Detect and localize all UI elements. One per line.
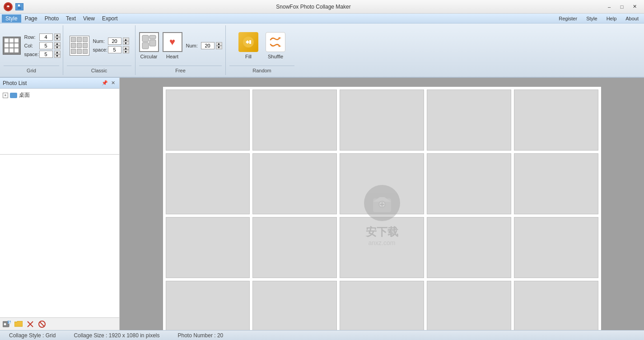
free-num-label: Num: — [186, 43, 200, 48]
toolbar-classic-section: Num: ▲ ▼ space: ▲ ▼ — [63, 25, 135, 75]
classic-num-spin: Num: ▲ ▼ — [93, 38, 129, 45]
classic-cell — [77, 37, 82, 42]
row-input[interactable] — [39, 33, 53, 41]
left-panel: Photo List 📌 ✕ + 桌面 🖼 — [0, 78, 120, 330]
space-down-btn[interactable]: ▼ — [54, 54, 61, 58]
free-num-up[interactable]: ▲ — [216, 42, 222, 46]
classic-num-down[interactable]: ▼ — [123, 41, 129, 45]
grid-cell — [9, 43, 14, 47]
classic-cell — [71, 49, 76, 54]
photo-list-lower — [0, 155, 119, 317]
space-input[interactable] — [39, 51, 53, 58]
classic-space-up[interactable]: ▲ — [123, 46, 129, 50]
col-input[interactable] — [39, 42, 53, 49]
classic-space-down[interactable]: ▼ — [123, 50, 129, 53]
svg-point-12 — [4, 323, 6, 325]
svg-rect-4 — [142, 35, 149, 42]
menu-view[interactable]: View — [79, 14, 98, 23]
heart-style-btn[interactable]: ♥ Heart — [163, 32, 182, 59]
free-label: Circular — [140, 54, 158, 59]
status-collage-style: Collage Style : Grid — [9, 332, 56, 339]
menu-about[interactable]: About — [622, 15, 642, 22]
collage-cell — [427, 217, 511, 278]
grid-style-icon[interactable] — [3, 37, 21, 55]
close-button[interactable]: ✕ — [629, 2, 640, 11]
menu-bar-right: Register Style Help About — [555, 15, 642, 22]
status-collage-size: Collage Size : 1920 x 1080 in pixels — [74, 332, 159, 339]
title-bar: SnowFox Photo Collage Maker – □ ✕ — [0, 0, 644, 14]
grid-cell — [14, 38, 19, 42]
classic-cell — [83, 37, 88, 42]
svg-rect-5 — [149, 35, 156, 39]
menu-bar: Style Page Photo Text View Export Regist… — [0, 14, 644, 24]
random-section-label: Random — [229, 66, 294, 73]
col-spin: Col: ▲ ▼ — [24, 42, 61, 49]
row-down-btn[interactable]: ▼ — [54, 37, 61, 41]
row-spin: Row: ▲ ▼ — [24, 33, 61, 41]
tree-item-label: 桌面 — [19, 91, 30, 99]
app-title: SnowFox Photo Collage Maker — [23, 4, 603, 10]
menu-register[interactable]: Register — [555, 15, 581, 22]
classic-style-icon[interactable] — [70, 36, 89, 56]
tree-item-desktop[interactable]: + 桌面 — [2, 90, 117, 100]
free-num-down[interactable]: ▼ — [216, 46, 222, 49]
shuffle-icon — [266, 32, 285, 52]
menu-help[interactable]: Help — [603, 15, 621, 22]
add-folder-btn[interactable] — [14, 319, 23, 329]
collage-canvas: 安下载 anxz.com — [163, 87, 601, 330]
col-down-btn[interactable]: ▼ — [54, 46, 61, 49]
collage-cell — [252, 153, 337, 214]
menu-export[interactable]: Export — [98, 14, 121, 23]
shuffle-btn[interactable]: Shuffle — [266, 32, 285, 59]
minimize-button[interactable]: – — [603, 2, 615, 11]
collage-cell — [340, 153, 424, 214]
classic-num-input[interactable] — [108, 38, 121, 45]
grid-cell — [5, 48, 9, 52]
space-spin-btns: ▲ ▼ — [54, 51, 61, 58]
svg-rect-2 — [18, 5, 20, 6]
folder-icon — [10, 93, 17, 98]
free-num-input[interactable] — [201, 42, 215, 49]
classic-num-label: Num: — [93, 38, 107, 44]
fill-btn[interactable]: Fill — [238, 32, 258, 59]
classic-space-input[interactable] — [108, 46, 121, 53]
photo-list-upper[interactable]: + 桌面 — [0, 89, 119, 155]
delete-btn[interactable] — [25, 319, 35, 329]
title-bar-left — [4, 2, 23, 11]
maximize-button[interactable]: □ — [616, 2, 628, 11]
svg-rect-7 — [142, 42, 149, 49]
collage-cell — [252, 281, 337, 330]
grid-controls: Row: ▲ ▼ Col: ▲ ▼ — [24, 33, 61, 58]
tree-expand-icon[interactable]: + — [3, 93, 8, 98]
space-up-btn[interactable]: ▲ — [54, 51, 61, 54]
classic-content: Num: ▲ ▼ space: ▲ ▼ — [70, 27, 129, 64]
menu-page[interactable]: Page — [21, 14, 41, 23]
menu-style[interactable]: Style — [2, 14, 21, 23]
menu-photo[interactable]: Photo — [41, 14, 62, 23]
panel-header-btns: 📌 ✕ — [101, 80, 117, 86]
toolbar-grid-section: Row: ▲ ▼ Col: ▲ ▼ — [0, 25, 63, 75]
free-style-btn[interactable]: Circular — [139, 32, 159, 59]
random-icons: Fill Shuffle — [238, 32, 285, 59]
col-up-btn[interactable]: ▲ — [54, 42, 61, 46]
panel-pin-btn[interactable]: 📌 — [101, 80, 108, 86]
delete-all-btn[interactable] — [37, 319, 47, 329]
collage-cell — [166, 281, 250, 330]
menu-text[interactable]: Text — [62, 14, 79, 23]
classic-num-btns: ▲ ▼ — [123, 38, 129, 45]
collage-cell — [427, 90, 511, 151]
collage-cell — [340, 281, 424, 330]
grid-cell — [9, 38, 14, 42]
row-up-btn[interactable]: ▲ — [54, 33, 61, 37]
status-photo-number: Photo Number : 20 — [178, 332, 224, 339]
panel-close-btn[interactable]: ✕ — [109, 80, 117, 86]
add-photo-btn[interactable]: 🖼 — [2, 319, 12, 329]
save-button[interactable] — [15, 3, 23, 10]
classic-num-up[interactable]: ▲ — [123, 38, 129, 41]
collage-cell — [166, 217, 250, 278]
menu-style-right[interactable]: Style — [583, 15, 601, 22]
collage-cell — [252, 217, 337, 278]
free-content: Circular ♥ Heart Num: ▲ ▼ — [139, 27, 222, 64]
random-content: Fill Shuffle — [238, 27, 285, 64]
classic-grid-preview — [71, 37, 88, 54]
